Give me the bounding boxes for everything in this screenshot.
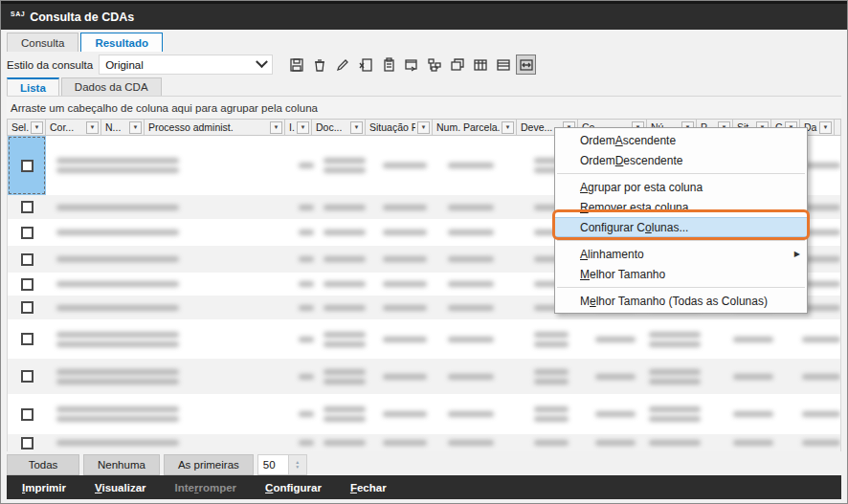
- select-none-button[interactable]: Nenhuma: [83, 454, 160, 475]
- row-checkbox-cell[interactable]: [8, 394, 46, 434]
- row-checkbox[interactable]: [21, 201, 33, 213]
- tab-resultado[interactable]: Resultado: [80, 33, 163, 52]
- redacted-cell-content: [56, 406, 179, 412]
- row-checkbox[interactable]: [21, 160, 33, 172]
- redacted-cell-content: [595, 337, 636, 342]
- cascade-icon[interactable]: [447, 55, 467, 75]
- select-first-n-button[interactable]: As primeiras: [164, 454, 254, 475]
- export-window-icon[interactable]: [401, 55, 421, 75]
- redacted-cell-content: [299, 230, 314, 235]
- sub-tab-bar: ListaDados da CDA: [7, 77, 841, 97]
- saj-logo: SAJ: [11, 11, 25, 17]
- menu-item-configurar-colunas[interactable]: Configurar Colunas...: [555, 217, 807, 237]
- redacted-cell-content: [299, 337, 314, 342]
- column-header-processoadminist[interactable]: Processo administ.▼: [145, 120, 285, 135]
- column-header-label: Num. Parcela...: [436, 121, 500, 133]
- bottom-bar-visualizar[interactable]: Visualizar: [95, 482, 146, 493]
- menu-item-melhor-tamanho-todas-as-colunas[interactable]: Melhor Tamanho (Todas as Colunas): [555, 291, 807, 311]
- title-bar: SAJ Consulta de CDAs: [1, 1, 847, 30]
- clipboard-icon[interactable]: [378, 55, 398, 75]
- subtab-lista[interactable]: Lista: [7, 77, 59, 96]
- spinner-down-icon[interactable]: ▼: [295, 465, 300, 469]
- first-n-count-input[interactable]: 50: [257, 454, 288, 475]
- select-all-button[interactable]: Todas: [7, 454, 79, 475]
- column-filter-dropdown-icon[interactable]: ▼: [417, 121, 430, 134]
- bottom-bar-fechar[interactable]: Fechar: [350, 482, 387, 493]
- row-checkbox[interactable]: [21, 333, 33, 345]
- column-header-n[interactable]: N...▼: [101, 120, 145, 135]
- column-filter-dropdown-icon[interactable]: ▼: [270, 121, 282, 134]
- column-header-cor[interactable]: Cor...▼: [46, 120, 101, 135]
- row-checkbox[interactable]: [21, 278, 33, 291]
- menu-item-ordem-ascendente[interactable]: Ordem Ascendente: [555, 130, 807, 150]
- redacted-cell-content: [299, 411, 314, 417]
- redacted-cell-content: [383, 337, 427, 342]
- save-icon[interactable]: [286, 55, 306, 75]
- edit-icon[interactable]: [332, 55, 352, 75]
- table-rows-icon[interactable]: [493, 55, 513, 75]
- row-checkbox-cell[interactable]: [8, 195, 46, 219]
- column-filter-dropdown-icon[interactable]: ▼: [297, 121, 309, 134]
- column-filter-dropdown-icon[interactable]: ▼: [350, 121, 363, 134]
- column-header-numparcela[interactable]: Num. Parcela...▼: [433, 120, 517, 135]
- table-row[interactable]: [8, 434, 840, 451]
- column-filter-dropdown-icon[interactable]: ▼: [502, 121, 514, 134]
- row-checkbox-cell[interactable]: [8, 219, 46, 246]
- row-checkbox[interactable]: [21, 227, 33, 239]
- bottom-bar-configurar[interactable]: Configurar: [265, 482, 322, 493]
- column-filter-dropdown-icon[interactable]: ▼: [129, 121, 142, 134]
- menu-item-ordem-descendente[interactable]: Ordem Descendente: [555, 150, 807, 170]
- row-checkbox-cell[interactable]: [8, 296, 46, 319]
- row-checkbox-cell[interactable]: [8, 359, 46, 394]
- grid-columns-icon[interactable]: [470, 55, 490, 75]
- row-checkbox-cell[interactable]: [8, 136, 46, 195]
- row-checkbox[interactable]: [21, 301, 33, 314]
- menu-item-alinhamento[interactable]: Alinhamento▶: [555, 244, 807, 264]
- redacted-cell-content: [324, 281, 366, 287]
- row-checkbox[interactable]: [21, 437, 33, 449]
- row-checkbox[interactable]: [21, 370, 33, 383]
- column-header-situaçãofi[interactable]: Situação Fi...▼: [366, 120, 433, 135]
- query-style-combobox[interactable]: Original: [99, 55, 273, 75]
- column-filter-dropdown-icon[interactable]: ▼: [31, 121, 43, 134]
- redacted-cell-content: [383, 440, 427, 446]
- table-row[interactable]: [8, 394, 840, 434]
- query-style-label: Estilo da consulta: [7, 59, 93, 71]
- bottom-bar-interromper: Interromper: [175, 482, 237, 493]
- column-header-i[interactable]: I...▼: [285, 120, 312, 135]
- column-filter-dropdown-icon[interactable]: ▼: [86, 121, 99, 134]
- row-checkbox-cell[interactable]: [8, 246, 46, 273]
- export-excel-icon[interactable]: [355, 55, 375, 75]
- column-filter-dropdown-icon[interactable]: ▼: [819, 121, 832, 134]
- table-row[interactable]: [8, 359, 840, 394]
- delete-icon[interactable]: [309, 55, 329, 75]
- tab-consulta[interactable]: Consulta: [7, 33, 78, 52]
- fit-columns-icon[interactable]: [516, 55, 536, 75]
- menu-item-remover-esta-coluna[interactable]: Remover esta coluna: [555, 197, 807, 217]
- group-by-bar[interactable]: Arraste um cabeçalho de coluna aqui para…: [7, 97, 841, 119]
- row-checkbox-cell[interactable]: [8, 319, 46, 359]
- redacted-cell-content: [56, 158, 179, 164]
- column-header-doc[interactable]: Doc...▼: [312, 120, 366, 135]
- selection-footer: Todas Nenhuma As primeiras 50 ▲ ▼: [7, 451, 841, 477]
- redacted-cell-content: [324, 256, 366, 262]
- redacted-cell-content: [649, 332, 701, 338]
- spinner-buttons[interactable]: ▲ ▼: [288, 454, 307, 475]
- row-checkbox[interactable]: [21, 408, 33, 421]
- menu-item-melhor-tamanho[interactable]: Melhor Tamanho: [555, 264, 807, 284]
- group-tree-icon[interactable]: [424, 55, 444, 75]
- column-header-sel[interactable]: Sel.▼: [8, 120, 46, 135]
- column-header-label: Sel.: [11, 121, 29, 133]
- redacted-cell-content: [448, 256, 494, 262]
- redacted-cell-content: [802, 305, 840, 311]
- table-row[interactable]: [8, 319, 840, 359]
- row-checkbox-cell[interactable]: [8, 273, 46, 296]
- row-checkbox[interactable]: [21, 253, 33, 266]
- redacted-cell-content: [383, 411, 427, 417]
- redacted-cell-content: [595, 374, 636, 380]
- bottom-bar-imprimir[interactable]: Imprimir: [22, 482, 66, 493]
- subtab-dados-da-cda[interactable]: Dados da CDA: [61, 77, 162, 96]
- row-checkbox-cell[interactable]: [8, 434, 46, 451]
- menu-item-agrupar-por-esta-coluna[interactable]: Agrupar por esta coluna: [555, 177, 807, 197]
- redacted-cell-content: [802, 337, 840, 342]
